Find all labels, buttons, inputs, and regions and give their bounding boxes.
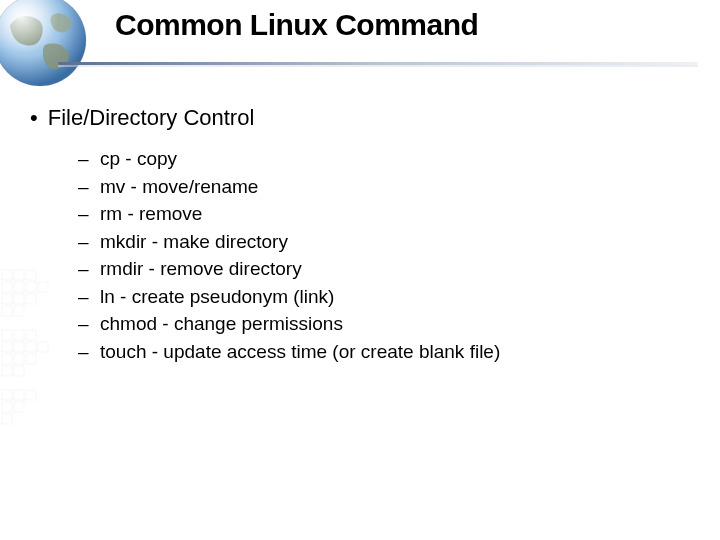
svg-rect-33 — [58, 62, 698, 65]
list-item: –cp - copy — [78, 145, 690, 173]
bullet-dot-icon: • — [30, 105, 38, 131]
svg-rect-28 — [14, 402, 24, 412]
item-text: ln - create pseudonym (link) — [100, 283, 334, 311]
dash-icon: – — [78, 310, 92, 338]
svg-rect-19 — [2, 354, 12, 364]
svg-rect-12 — [2, 330, 12, 340]
svg-point-31 — [0, 0, 86, 86]
dash-icon: – — [78, 338, 92, 366]
svg-rect-22 — [2, 366, 12, 376]
item-text: touch - update access time (or create bl… — [100, 338, 500, 366]
item-text: rmdir - remove directory — [100, 255, 302, 283]
dash-icon: – — [78, 173, 92, 201]
content-area: • File/Directory Control –cp - copy –mv … — [30, 105, 690, 365]
svg-rect-11 — [14, 306, 24, 316]
svg-rect-26 — [26, 390, 36, 400]
list-item: –rm - remove — [78, 200, 690, 228]
section-heading-text: File/Directory Control — [48, 105, 255, 131]
svg-rect-16 — [14, 342, 24, 352]
svg-rect-20 — [14, 354, 24, 364]
dash-icon: – — [78, 200, 92, 228]
slide-title: Common Linux Command — [115, 8, 478, 42]
svg-rect-25 — [14, 390, 24, 400]
svg-rect-27 — [2, 402, 12, 412]
svg-rect-10 — [2, 306, 12, 316]
list-item: –touch - update access time (or create b… — [78, 338, 690, 366]
item-text: mkdir - make directory — [100, 228, 288, 256]
svg-rect-3 — [2, 282, 12, 292]
globe-icon — [0, 0, 90, 90]
section-heading: • File/Directory Control — [30, 105, 690, 131]
list-item: –mv - move/rename — [78, 173, 690, 201]
list-item: –ln - create pseudonym (link) — [78, 283, 690, 311]
dash-icon: – — [78, 145, 92, 173]
svg-rect-8 — [14, 294, 24, 304]
dash-icon: – — [78, 255, 92, 283]
list-item: –mkdir - make directory — [78, 228, 690, 256]
item-text: chmod - change permissions — [100, 310, 343, 338]
item-text: rm - remove — [100, 200, 202, 228]
svg-rect-0 — [2, 270, 12, 280]
list-item: –chmod - change permissions — [78, 310, 690, 338]
svg-rect-29 — [2, 414, 12, 424]
sub-list: –cp - copy –mv - move/rename –rm - remov… — [78, 145, 690, 365]
svg-rect-23 — [14, 366, 24, 376]
svg-rect-1 — [14, 270, 24, 280]
title-underline — [58, 62, 698, 68]
svg-rect-24 — [2, 390, 12, 400]
item-text: mv - move/rename — [100, 173, 258, 201]
list-item: –rmdir - remove directory — [78, 255, 690, 283]
svg-rect-4 — [14, 282, 24, 292]
dash-icon: – — [78, 228, 92, 256]
svg-rect-34 — [58, 65, 698, 67]
item-text: cp - copy — [100, 145, 177, 173]
svg-rect-13 — [14, 330, 24, 340]
svg-rect-15 — [2, 342, 12, 352]
svg-rect-7 — [2, 294, 12, 304]
dash-icon: – — [78, 283, 92, 311]
